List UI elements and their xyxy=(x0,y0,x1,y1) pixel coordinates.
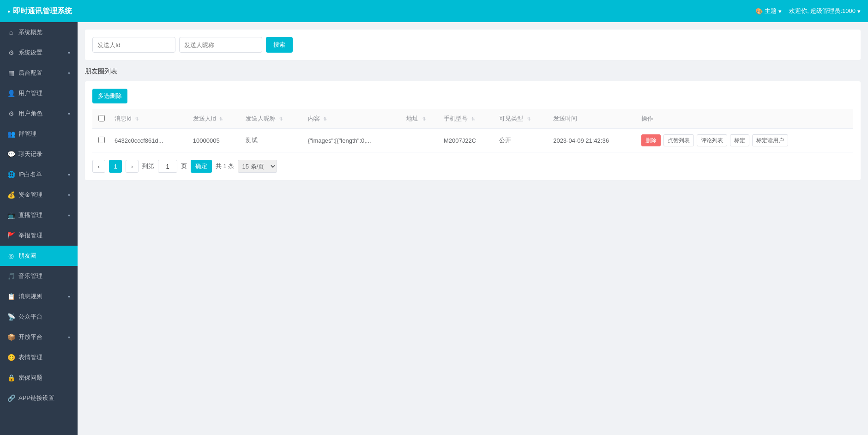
col-visibility: 可见类型 ⇅ xyxy=(495,109,549,129)
layout: ⌂ 系统概览 ⚙ 系统设置 ▾ ▦ 后台配置 ▾ 👤 用户管理 xyxy=(0,22,868,435)
prev-page-button[interactable]: ‹ xyxy=(92,160,105,173)
next-page-button[interactable]: › xyxy=(126,160,139,173)
row-checkbox[interactable] xyxy=(98,137,105,143)
open-icon: 📦 xyxy=(7,333,15,341)
chevron-right-icon: ▾ xyxy=(68,193,70,198)
cell-visibility: 公开 xyxy=(495,129,549,152)
header: 即时通讯管理系统 🎨 主题 ▾ 欢迎你, 超级管理员:1000 ▾ xyxy=(0,0,868,22)
sidebar-item-groups[interactable]: 👥 群管理 xyxy=(0,124,78,144)
likes-list-button[interactable]: 点赞列表 xyxy=(663,134,694,146)
sidebar-item-overview[interactable]: ⌂ 系统概览 xyxy=(0,22,78,42)
page-confirm-button[interactable]: 确定 xyxy=(191,160,212,173)
select-all-checkbox[interactable] xyxy=(98,115,105,121)
sidebar-item-emoji[interactable]: 😊 表情管理 xyxy=(0,347,78,368)
cell-send-time: 2023-04-09 21:42:36 xyxy=(549,129,638,152)
sidebar-item-settings[interactable]: ⚙ 系统设置 ▾ xyxy=(0,42,78,63)
cell-msg-id: 6432c0cccf861d... xyxy=(111,129,189,152)
sidebar-item-roles[interactable]: ⚙ 用户角色 ▾ xyxy=(0,103,78,124)
role-icon: ⚙ xyxy=(7,110,15,117)
main-content: 搜索 朋友圈列表 多选删除 消息Id ⇅ xyxy=(78,22,868,435)
search-button[interactable]: 搜索 xyxy=(266,37,293,53)
comments-list-button[interactable]: 评论列表 xyxy=(697,134,727,146)
sidebar-item-music[interactable]: 🎵 音乐管理 xyxy=(0,266,78,286)
cell-phone-model: M2007J22C xyxy=(440,129,495,152)
cell-address xyxy=(403,129,440,152)
select-all-col xyxy=(92,109,111,129)
palette-icon: 🎨 xyxy=(755,8,763,15)
pagination: ‹ 1 › 到第 页 确定 共 1 条 15 条/页 30 条/页 50 条/页… xyxy=(92,160,853,173)
sidebar-item-security[interactable]: 🔒 密保问题 xyxy=(0,368,78,388)
grid-icon: ▦ xyxy=(7,69,15,77)
chevron-right-icon: ▾ xyxy=(68,294,70,299)
chevron-right-icon: ▾ xyxy=(68,213,70,218)
col-address: 地址 ⇅ xyxy=(403,109,440,129)
sort-icon: ⇅ xyxy=(219,116,223,121)
table-header-row: 消息Id ⇅ 发送人Id ⇅ 发送人昵称 ⇅ 内容 xyxy=(92,109,853,129)
sidebar-item-ip-whitelist[interactable]: 🌐 IP白名单 ▾ xyxy=(0,164,78,185)
sort-icon: ⇅ xyxy=(471,116,475,121)
sender-id-input[interactable] xyxy=(92,37,175,53)
sidebar-item-backend[interactable]: ▦ 后台配置 ▾ xyxy=(0,63,78,83)
action-group: 删除 点赞列表 评论列表 标定 标定读用户 xyxy=(641,134,850,146)
sidebar-item-moments[interactable]: ◎ 朋友圈 xyxy=(0,246,78,266)
sort-icon: ⇅ xyxy=(422,116,426,121)
section-title: 朋友圈列表 xyxy=(85,67,861,76)
user-icon: 👤 xyxy=(7,90,15,97)
col-action: 操作 xyxy=(638,109,853,129)
page-unit-label: 页 xyxy=(181,162,187,170)
cell-sender-id: 10000005 xyxy=(189,129,242,152)
sidebar-item-users[interactable]: 👤 用户管理 xyxy=(0,83,78,103)
emoji-icon: 😊 xyxy=(7,354,15,361)
ip-icon: 🌐 xyxy=(7,171,15,178)
table-row: 6432c0cccf861d... 10000005 测试 {"images":… xyxy=(92,129,853,152)
moments-table: 消息Id ⇅ 发送人Id ⇅ 发送人昵称 ⇅ 内容 xyxy=(92,109,853,152)
col-send-time: 发送时间 xyxy=(549,109,638,129)
header-right: 🎨 主题 ▾ 欢迎你, 超级管理员:1000 ▾ xyxy=(755,7,861,15)
group-icon: 👥 xyxy=(7,130,15,138)
filter-bar: 搜索 xyxy=(85,30,861,60)
sender-name-input[interactable] xyxy=(179,37,262,53)
sort-icon: ⇅ xyxy=(279,116,283,121)
chat-icon: 💬 xyxy=(7,151,15,158)
sidebar-item-chat-log[interactable]: 💬 聊天记录 xyxy=(0,144,78,164)
sort-icon: ⇅ xyxy=(527,116,530,121)
col-msg-id: 消息Id ⇅ xyxy=(111,109,189,129)
link-icon: 🔗 xyxy=(7,394,15,402)
goto-label: 到第 xyxy=(142,162,154,170)
user-menu[interactable]: 欢迎你, 超级管理员:1000 ▾ xyxy=(789,7,861,15)
page-1-button[interactable]: 1 xyxy=(109,160,122,173)
page-size-select[interactable]: 15 条/页 30 条/页 50 条/页 100 条/页 xyxy=(238,160,277,173)
sidebar-item-live[interactable]: 📺 直播管理 ▾ xyxy=(0,205,78,225)
live-icon: 📺 xyxy=(7,211,15,219)
music-icon: 🎵 xyxy=(7,272,15,280)
mark-read-users-button[interactable]: 标定读用户 xyxy=(752,134,788,146)
finance-icon: 💰 xyxy=(7,191,15,199)
chevron-down-icon: ▾ xyxy=(857,8,861,15)
home-icon: ⌂ xyxy=(7,29,15,36)
col-sender-name: 发送人昵称 ⇅ xyxy=(242,109,304,129)
moments-icon: ◎ xyxy=(7,252,15,260)
cell-content: {"images":[{"length":0,... xyxy=(304,129,403,152)
rules-icon: 📋 xyxy=(7,293,15,300)
sidebar-item-public-platform[interactable]: 📡 公众平台 xyxy=(0,307,78,327)
chevron-right-icon: ▾ xyxy=(68,335,70,340)
chevron-down-icon: ▾ xyxy=(778,8,782,15)
sidebar-item-open-platform[interactable]: 📦 开放平台 ▾ xyxy=(0,327,78,347)
col-content: 内容 ⇅ xyxy=(304,109,403,129)
lock-icon: 🔒 xyxy=(7,374,15,381)
sidebar-item-app-link[interactable]: 🔗 APP链接设置 xyxy=(0,388,78,408)
app-title: 即时通讯管理系统 xyxy=(7,6,72,16)
page-goto-input[interactable] xyxy=(158,160,177,173)
mark-button[interactable]: 标定 xyxy=(730,134,749,146)
sort-icon: ⇅ xyxy=(135,116,139,121)
sidebar-item-msg-rules[interactable]: 📋 消息规则 ▾ xyxy=(0,286,78,307)
theme-selector[interactable]: 🎨 主题 ▾ xyxy=(755,7,782,15)
delete-button[interactable]: 删除 xyxy=(641,134,661,146)
sidebar-item-report[interactable]: 🚩 举报管理 xyxy=(0,225,78,246)
public-icon: 📡 xyxy=(7,313,15,320)
sidebar-item-finance[interactable]: 💰 资金管理 ▾ xyxy=(0,185,78,205)
multi-delete-button[interactable]: 多选删除 xyxy=(92,89,127,103)
cell-sender-name: 测试 xyxy=(242,129,304,152)
chevron-right-icon: ▾ xyxy=(68,50,70,55)
col-phone-model: 手机型号 ⇅ xyxy=(440,109,495,129)
